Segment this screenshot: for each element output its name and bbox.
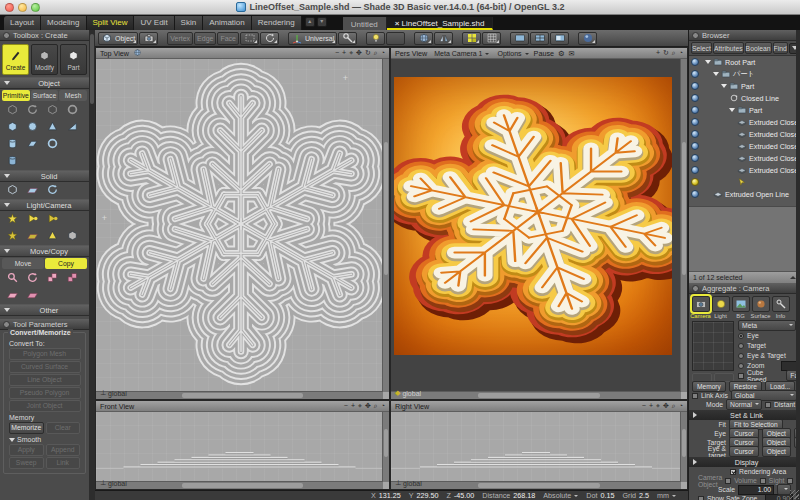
- viewport-pers-hscrollbar[interactable]: [391, 391, 681, 399]
- browser-tab-attributes[interactable]: Attributes: [713, 42, 744, 54]
- memory-button[interactable]: Memory: [692, 381, 726, 392]
- spot-light[interactable]: [23, 212, 42, 227]
- rotate-copy-tool[interactable]: [23, 271, 42, 286]
- tube-primitive[interactable]: [3, 154, 22, 169]
- mode-tab-animation[interactable]: Animation: [203, 16, 252, 30]
- aggregate-tab-info[interactable]: Info: [772, 296, 789, 319]
- cylinder-primitive[interactable]: [3, 137, 22, 152]
- polyline-tool[interactable]: [3, 103, 22, 118]
- mode-tab-layout[interactable]: Layout: [4, 16, 41, 30]
- viewport-top-canvas[interactable]: + +: [96, 58, 383, 392]
- single-view-button[interactable]: [510, 32, 529, 45]
- expander-icon[interactable]: [713, 72, 719, 76]
- zoom-in-icon[interactable]: +: [656, 49, 660, 57]
- magnify-icon[interactable]: ⌕: [374, 49, 378, 57]
- box-wire[interactable]: [3, 183, 22, 198]
- apply-button[interactable]: Apply: [9, 444, 44, 456]
- rendering-area-checkbox[interactable]: [730, 469, 736, 475]
- revolve-solid[interactable]: [43, 183, 62, 198]
- modified-close-icon[interactable]: ×: [395, 19, 400, 28]
- expander-icon[interactable]: [729, 108, 735, 112]
- section-other[interactable]: Other: [0, 304, 89, 316]
- point-light[interactable]: [3, 212, 22, 227]
- viewport-top-vscrollbar[interactable]: [382, 58, 389, 392]
- status-grid[interactable]: Grid2.5: [622, 491, 649, 500]
- browser-tab-find[interactable]: Find: [773, 42, 788, 54]
- convert-polygon-mesh-button[interactable]: Polygon Mesh: [9, 348, 81, 360]
- mirror-mode-button[interactable]: [434, 32, 453, 45]
- visibility-ball-icon[interactable]: [691, 106, 699, 114]
- tab-next-button[interactable]: ▾: [317, 17, 327, 27]
- visibility-ball-icon[interactable]: [691, 118, 699, 126]
- zoom-in-icon[interactable]: +: [342, 49, 346, 57]
- visibility-ball-icon[interactable]: [691, 178, 699, 186]
- ambient-light[interactable]: [3, 229, 22, 244]
- section-object[interactable]: Object: [0, 77, 89, 89]
- browser-tab-boolean[interactable]: Boolean: [745, 42, 772, 54]
- viewport-front-hscrollbar[interactable]: [96, 481, 383, 489]
- status-dot[interactable]: Dot0.15: [586, 491, 614, 500]
- grid-display-button[interactable]: [482, 32, 501, 45]
- camera-object-sight-checkbox[interactable]: [760, 478, 766, 484]
- quad-view-button[interactable]: [530, 32, 549, 45]
- status-z[interactable]: Z-45.00: [447, 491, 475, 500]
- scale-sub-dropdown[interactable]: [777, 484, 791, 495]
- shading-mode-icon[interactable]: ◔: [679, 402, 683, 410]
- tab-prev-button[interactable]: ▴: [305, 17, 315, 27]
- mode-dropdown[interactable]: Normal: [726, 399, 762, 410]
- status-distance[interactable]: Distance268.18: [482, 491, 535, 500]
- flip-copy-tool[interactable]: [23, 288, 42, 303]
- visibility-ball-icon[interactable]: [691, 70, 699, 78]
- section-set-link[interactable]: Set & Link: [689, 410, 800, 420]
- object-tab-mesh[interactable]: Mesh: [59, 90, 87, 101]
- move-copy-tab-move[interactable]: Move: [2, 258, 44, 269]
- texture-view-button[interactable]: [414, 32, 433, 45]
- camera-object[interactable]: [63, 229, 82, 244]
- meta-dropdown[interactable]: Meta: [738, 320, 796, 331]
- distant-light[interactable]: [43, 212, 62, 227]
- cube-primitive[interactable]: [3, 120, 22, 135]
- viewport-pers-label[interactable]: Pers View: [395, 49, 427, 58]
- wide-view-button[interactable]: [550, 32, 569, 45]
- rect-tool[interactable]: [43, 103, 62, 118]
- viewport-top[interactable]: Top View −+⌖✥↻⌕◔ + + ⊥ global: [95, 47, 390, 400]
- blank-button[interactable]: [386, 32, 405, 45]
- pan-icon[interactable]: ✥: [356, 49, 362, 57]
- tree-row[interactable]: [689, 176, 800, 188]
- move-tool[interactable]: [3, 271, 22, 286]
- toolbox-mode-part[interactable]: Part: [60, 44, 87, 75]
- mode-tab-rendering[interactable]: Rendering: [252, 16, 302, 30]
- viewport-pers-canvas[interactable]: [391, 58, 681, 392]
- viewport-front-canvas[interactable]: [96, 411, 383, 482]
- radio-eye[interactable]: [738, 333, 744, 339]
- right-panel-scrollbar[interactable]: [796, 30, 800, 500]
- distant-checkbox[interactable]: [765, 402, 771, 408]
- resize-grip[interactable]: [790, 490, 799, 499]
- viewport-right-hscrollbar[interactable]: [391, 481, 681, 489]
- wedge-primitive[interactable]: [63, 120, 82, 135]
- tree-row[interactable]: Extruded Closed: [689, 164, 800, 176]
- scale-copy-tool[interactable]: [43, 271, 62, 286]
- mode-tab-modeling[interactable]: Modeling: [41, 16, 86, 30]
- zoom-out-icon[interactable]: −: [335, 49, 339, 57]
- mode-tab-split-view[interactable]: Split View: [87, 16, 135, 30]
- cursor-button[interactable]: Cursor: [729, 446, 759, 457]
- sweep-solid[interactable]: [23, 183, 42, 198]
- tool-settings-button[interactable]: [338, 32, 357, 45]
- tree-row[interactable]: Extruded Closed: [689, 128, 800, 140]
- cube-speed-checkbox[interactable]: [738, 373, 744, 379]
- viewport-front-vscrollbar[interactable]: [382, 411, 389, 482]
- edge-mode-button[interactable]: Edge: [194, 32, 216, 45]
- tree-row[interactable]: パート: [689, 68, 800, 80]
- aggregate-tab-camera[interactable]: Camera: [692, 296, 709, 319]
- ring-tool[interactable]: [63, 103, 82, 118]
- tree-row[interactable]: Extruded Closed: [689, 116, 800, 128]
- grid-snap-button[interactable]: [462, 32, 481, 45]
- visibility-ball-icon[interactable]: [691, 154, 699, 162]
- disc-primitive[interactable]: [43, 137, 62, 152]
- section-display[interactable]: Display: [689, 457, 800, 467]
- tree-row[interactable]: Extruded Open Line: [689, 188, 800, 200]
- manipulator-button[interactable]: Universal: [288, 32, 337, 45]
- zoom-out-icon[interactable]: −: [642, 402, 646, 410]
- globe-icon[interactable]: [133, 48, 142, 59]
